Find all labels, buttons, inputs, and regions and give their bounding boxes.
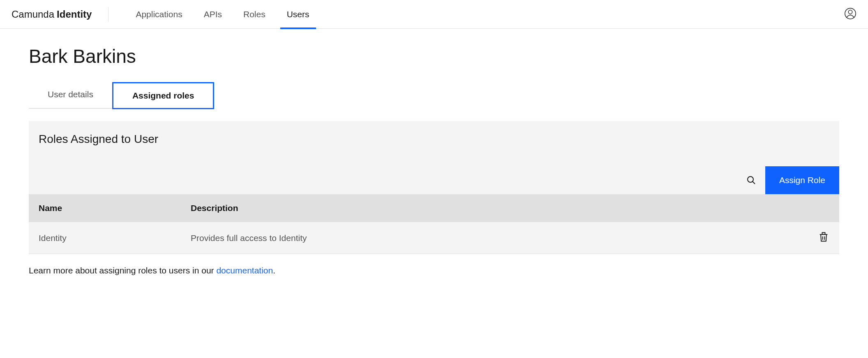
assign-role-button[interactable]: Assign Role [765, 166, 839, 194]
top-nav: Applications APIs Roles Users [125, 0, 320, 29]
footer-suffix: . [273, 266, 275, 275]
cell-description: Provides full access to Identity [191, 233, 796, 243]
nav-applications[interactable]: Applications [125, 0, 193, 29]
svg-point-2 [748, 177, 753, 182]
table-header: Name Description [29, 194, 839, 222]
search-icon [746, 175, 756, 185]
brand: Camunda Identity [12, 9, 108, 20]
sub-tabs: User details Assigned roles [29, 82, 839, 109]
tab-user-details[interactable]: User details [29, 82, 112, 109]
tab-label: User details [48, 90, 93, 99]
panel-toolbar: Assign Role [29, 150, 839, 194]
svg-point-1 [848, 10, 852, 14]
page-title: Bark Barkins [29, 45, 839, 67]
col-header-description: Description [191, 203, 796, 213]
roles-table: Name Description Identity Provides full … [29, 194, 839, 254]
nav-apis[interactable]: APIs [193, 0, 233, 29]
tab-assigned-roles[interactable]: Assigned roles [112, 82, 215, 109]
nav-roles[interactable]: Roles [233, 0, 276, 29]
table-row: Identity Provides full access to Identit… [29, 222, 839, 254]
user-avatar-icon [844, 7, 856, 20]
trash-icon [818, 231, 829, 243]
footer-note: Learn more about assigning roles to user… [29, 254, 839, 287]
footer-prefix: Learn more about assigning roles to user… [29, 266, 216, 275]
nav-users[interactable]: Users [276, 0, 320, 29]
nav-label: Applications [136, 9, 182, 19]
roles-panel: Roles Assigned to User Assign Role Name … [29, 121, 839, 254]
documentation-link[interactable]: documentation [216, 266, 273, 275]
svg-line-3 [753, 181, 755, 184]
col-header-action [796, 203, 829, 213]
nav-label: Users [287, 9, 309, 19]
cell-name: Identity [39, 233, 191, 243]
brand-divider [108, 7, 108, 22]
main: Bark Barkins User details Assigned roles… [0, 29, 868, 287]
search-button[interactable] [741, 170, 761, 190]
col-header-name: Name [39, 203, 191, 213]
brand-light: Camunda [12, 9, 54, 20]
brand-bold: Identity [57, 9, 92, 20]
tab-label: Assigned roles [132, 91, 194, 100]
nav-label: APIs [204, 9, 222, 19]
user-avatar-button[interactable] [844, 7, 856, 21]
top-header: Camunda Identity Applications APIs Roles… [0, 0, 868, 29]
panel-title: Roles Assigned to User [29, 121, 839, 150]
delete-role-button[interactable] [818, 231, 829, 245]
nav-label: Roles [243, 9, 265, 19]
